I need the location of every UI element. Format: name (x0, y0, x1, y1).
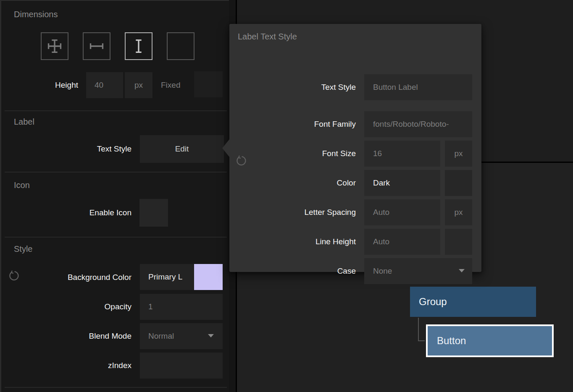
fixed-checkbox[interactable] (194, 71, 223, 97)
height-input[interactable]: 40 (86, 72, 123, 98)
popup-font-family-label: Font Family (229, 120, 356, 129)
popup-line-height-unit-selector[interactable] (445, 229, 472, 255)
background-color-swatch[interactable] (194, 264, 223, 290)
popup-color-label: Color (229, 178, 356, 188)
popup-tail-arrow (222, 139, 229, 157)
popup-title: Label Text Style (238, 31, 297, 42)
label-section-title: Label (14, 117, 34, 127)
hierarchy-connector-line (418, 318, 425, 341)
opacity-label: Opacity (1, 302, 131, 311)
resize-height-button[interactable] (125, 32, 152, 60)
background-color-label: Background Color (1, 273, 131, 282)
section-divider (5, 237, 227, 238)
popup-font-size-input[interactable]: 16 (364, 141, 440, 167)
section-divider (5, 387, 227, 388)
popup-font-size-unit-selector[interactable]: px (445, 141, 472, 167)
popup-color-swatch[interactable] (445, 170, 472, 196)
popup-case-label: Case (229, 267, 356, 276)
popup-font-size-label: Font Size (229, 149, 356, 158)
resize-width-icon (88, 38, 105, 55)
resize-width-button[interactable] (83, 32, 110, 60)
popup-letter-spacing-input[interactable]: Auto (364, 199, 440, 225)
icon-section-title: Icon (14, 180, 30, 190)
resize-both-icon (46, 38, 63, 55)
popup-font-family-input[interactable]: fonts/Roboto/Roboto- (364, 111, 472, 137)
section-divider (5, 172, 227, 172)
text-style-edit-button[interactable]: Edit (140, 135, 224, 163)
label-text-style-popup: Label Text Style Text Style Button Label… (229, 24, 481, 272)
text-style-label: Text Style (1, 144, 131, 154)
section-divider (5, 110, 227, 111)
chevron-down-icon (208, 334, 214, 337)
canvas-group-element[interactable]: Group (410, 287, 536, 317)
popup-text-style-input[interactable]: Button Label (364, 74, 472, 100)
popup-line-height-input[interactable]: Auto (364, 229, 440, 255)
style-properties-sidebar: Dimensions Height 40 px Fixed Label Text (0, 0, 229, 392)
style-section-title: Style (14, 244, 32, 254)
dimensions-section-title: Dimensions (14, 9, 58, 19)
popup-case-dropdown[interactable]: None (364, 258, 472, 284)
enable-icon-checkbox[interactable] (139, 199, 168, 227)
popup-letter-spacing-label: Letter Spacing (229, 208, 356, 217)
chevron-down-icon (459, 269, 465, 272)
resize-height-icon (130, 38, 147, 55)
fixed-label: Fixed (161, 81, 180, 90)
opacity-input[interactable]: 1 (140, 294, 223, 320)
popup-line-height-label: Line Height (229, 237, 356, 246)
blend-mode-label: Blend Mode (1, 332, 131, 341)
height-label: Height (1, 81, 78, 90)
resize-none-button[interactable] (167, 32, 195, 60)
zindex-input[interactable] (140, 353, 223, 379)
popup-text-style-label: Text Style (229, 83, 356, 92)
resize-both-button[interactable] (41, 32, 68, 60)
popup-color-value-button[interactable]: Dark (364, 170, 440, 196)
enable-icon-label: Enable Icon (1, 208, 131, 217)
design-tool-screen: Group Button Dimensions Height (0, 0, 573, 392)
height-unit-selector[interactable]: px (125, 72, 152, 98)
popup-letter-spacing-unit-selector[interactable]: px (445, 199, 472, 225)
canvas-button-element[interactable]: Button (426, 324, 554, 357)
resize-none-icon (172, 38, 189, 55)
button-element-label: Button (437, 335, 466, 347)
group-element-label: Group (419, 296, 447, 308)
zindex-label: zIndex (1, 361, 131, 370)
background-color-value-button[interactable]: Primary L (140, 264, 194, 290)
